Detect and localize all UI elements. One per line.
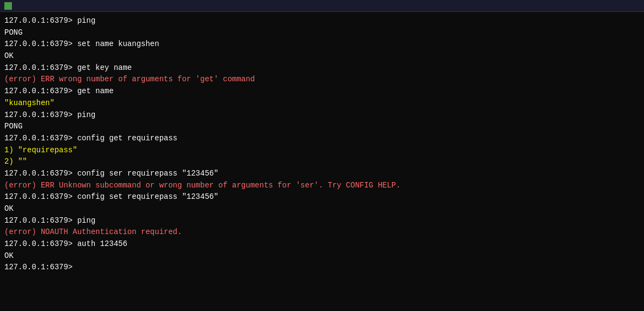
terminal-line: 1) "requirepass" — [4, 145, 640, 157]
terminal-line: 127.0.0.1:6379> set name kuangshen — [4, 38, 640, 50]
terminal-line: PONG — [4, 27, 640, 39]
terminal-line: 127.0.0.1:6379> auth 123456 — [4, 238, 640, 250]
maximize-button[interactable] — [632, 2, 640, 10]
app-icon — [4, 2, 12, 10]
terminal-line: 127.0.0.1:6379> get key name — [4, 62, 640, 74]
terminal-line: 127.0.0.1:6379> config get requirepass — [4, 133, 640, 145]
terminal-line: 127.0.0.1:6379> config ser requirepass "… — [4, 168, 640, 180]
title-bar-left — [4, 2, 15, 10]
terminal-line: (error) ERR wrong number of arguments fo… — [4, 74, 640, 86]
terminal-line: (error) ERR Unknown subcommand or wrong … — [4, 180, 640, 192]
terminal-line: 127.0.0.1:6379> get name — [4, 86, 640, 98]
terminal-line: "kuangshen" — [4, 98, 640, 109]
terminal-line: OK — [4, 203, 640, 215]
title-bar — [0, 0, 644, 12]
terminal-line: 127.0.0.1:6379> — [4, 262, 640, 274]
terminal-line: (error) NOAUTH Authentication required. — [4, 226, 640, 238]
terminal-line: PONG — [4, 121, 640, 133]
terminal-line: 127.0.0.1:6379> config set requirepass "… — [4, 191, 640, 203]
terminal-line: OK — [4, 250, 640, 262]
minimize-button[interactable] — [622, 2, 630, 10]
terminal-line: 127.0.0.1:6379> ping — [4, 15, 640, 27]
terminal-body: 127.0.0.1:6379> pingPONG127.0.0.1:6379> … — [0, 12, 644, 311]
terminal-line: OK — [4, 50, 640, 62]
window: 127.0.0.1:6379> pingPONG127.0.0.1:6379> … — [0, 0, 644, 311]
terminal-output: 127.0.0.1:6379> pingPONG127.0.0.1:6379> … — [4, 15, 640, 274]
terminal-line: 127.0.0.1:6379> ping — [4, 109, 640, 121]
terminal-line: 2) "" — [4, 156, 640, 168]
window-controls — [622, 2, 640, 10]
terminal-line: 127.0.0.1:6379> ping — [4, 215, 640, 227]
